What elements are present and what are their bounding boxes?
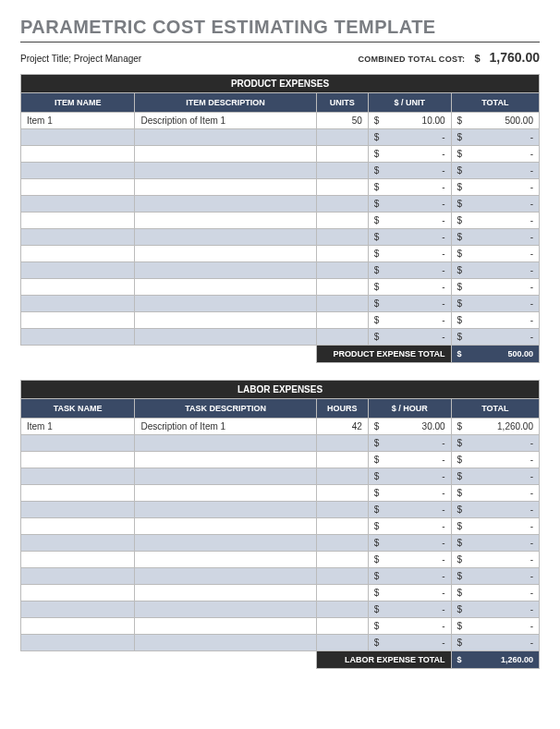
- cell-rate[interactable]: $30.00: [368, 419, 451, 435]
- cell-rate[interactable]: $-: [368, 163, 451, 179]
- cell-description[interactable]: [135, 435, 316, 452]
- cell-description[interactable]: [135, 552, 316, 568]
- cell-units[interactable]: [316, 502, 368, 518]
- cell-rate[interactable]: $-: [368, 468, 451, 485]
- cell-units[interactable]: [316, 296, 368, 312]
- cell-rate[interactable]: $-: [368, 601, 451, 618]
- cell-units[interactable]: [316, 485, 368, 502]
- cell-name[interactable]: [21, 502, 135, 518]
- cell-name[interactable]: [21, 163, 135, 179]
- cell-units[interactable]: [316, 568, 368, 585]
- cell-units[interactable]: [316, 179, 368, 196]
- cell-name[interactable]: [21, 535, 135, 552]
- cell-rate[interactable]: $10.00: [368, 113, 451, 129]
- cell-description[interactable]: [135, 329, 316, 346]
- cell-rate[interactable]: $-: [368, 535, 451, 552]
- cell-description[interactable]: [135, 618, 316, 635]
- cell-description[interactable]: Description of Item 1: [135, 419, 316, 435]
- cell-units[interactable]: [316, 262, 368, 279]
- cell-description[interactable]: Description of Item 1: [135, 113, 316, 129]
- cell-units[interactable]: [316, 213, 368, 229]
- cell-units[interactable]: [316, 535, 368, 552]
- cell-name[interactable]: Item 1: [21, 419, 135, 435]
- cell-description[interactable]: [135, 146, 316, 163]
- cell-description[interactable]: [135, 262, 316, 279]
- cell-name[interactable]: [21, 312, 135, 329]
- cell-rate[interactable]: $-: [368, 568, 451, 585]
- cell-rate[interactable]: $-: [368, 585, 451, 601]
- cell-rate[interactable]: $-: [368, 229, 451, 246]
- cell-name[interactable]: [21, 635, 135, 651]
- cell-name[interactable]: [21, 485, 135, 502]
- cell-rate[interactable]: $-: [368, 129, 451, 146]
- cell-name[interactable]: [21, 452, 135, 468]
- cell-description[interactable]: [135, 452, 316, 468]
- cell-units[interactable]: [316, 229, 368, 246]
- cell-rate[interactable]: $-: [368, 279, 451, 296]
- cell-units[interactable]: [316, 552, 368, 568]
- cell-rate[interactable]: $-: [368, 262, 451, 279]
- cell-rate[interactable]: $-: [368, 452, 451, 468]
- cell-units[interactable]: [316, 329, 368, 346]
- cell-rate[interactable]: $-: [368, 518, 451, 535]
- cell-description[interactable]: [135, 229, 316, 246]
- cell-description[interactable]: [135, 312, 316, 329]
- cell-description[interactable]: [135, 485, 316, 502]
- cell-units[interactable]: [316, 279, 368, 296]
- cell-name[interactable]: [21, 618, 135, 635]
- cell-rate[interactable]: $-: [368, 179, 451, 196]
- cell-name[interactable]: Item 1: [21, 113, 135, 129]
- cell-rate[interactable]: $-: [368, 502, 451, 518]
- cell-name[interactable]: [21, 196, 135, 213]
- cell-name[interactable]: [21, 296, 135, 312]
- cell-rate[interactable]: $-: [368, 329, 451, 346]
- cell-name[interactable]: [21, 246, 135, 262]
- cell-rate[interactable]: $-: [368, 312, 451, 329]
- cell-rate[interactable]: $-: [368, 485, 451, 502]
- cell-units[interactable]: 50: [316, 113, 368, 129]
- cell-name[interactable]: [21, 146, 135, 163]
- cell-name[interactable]: [21, 179, 135, 196]
- cell-units[interactable]: [316, 468, 368, 485]
- cell-name[interactable]: [21, 279, 135, 296]
- cell-description[interactable]: [135, 518, 316, 535]
- cell-units[interactable]: [316, 246, 368, 262]
- cell-name[interactable]: [21, 518, 135, 535]
- cell-units[interactable]: 42: [316, 419, 368, 435]
- cell-units[interactable]: [316, 196, 368, 213]
- cell-description[interactable]: [135, 585, 316, 601]
- cell-units[interactable]: [316, 601, 368, 618]
- cell-name[interactable]: [21, 229, 135, 246]
- cell-description[interactable]: [135, 163, 316, 179]
- cell-name[interactable]: [21, 468, 135, 485]
- cell-description[interactable]: [135, 535, 316, 552]
- cell-description[interactable]: [135, 129, 316, 146]
- cell-name[interactable]: [21, 435, 135, 452]
- cell-units[interactable]: [316, 312, 368, 329]
- cell-units[interactable]: [316, 129, 368, 146]
- cell-description[interactable]: [135, 502, 316, 518]
- cell-rate[interactable]: $-: [368, 435, 451, 452]
- cell-units[interactable]: [316, 635, 368, 651]
- cell-rate[interactable]: $-: [368, 552, 451, 568]
- cell-description[interactable]: [135, 246, 316, 262]
- cell-rate[interactable]: $-: [368, 296, 451, 312]
- cell-description[interactable]: [135, 296, 316, 312]
- cell-units[interactable]: [316, 452, 368, 468]
- cell-units[interactable]: [316, 146, 368, 163]
- cell-name[interactable]: [21, 568, 135, 585]
- cell-name[interactable]: [21, 601, 135, 618]
- cell-rate[interactable]: $-: [368, 618, 451, 635]
- cell-rate[interactable]: $-: [368, 146, 451, 163]
- cell-units[interactable]: [316, 585, 368, 601]
- cell-units[interactable]: [316, 163, 368, 179]
- cell-description[interactable]: [135, 213, 316, 229]
- cell-name[interactable]: [21, 585, 135, 601]
- cell-description[interactable]: [135, 601, 316, 618]
- cell-description[interactable]: [135, 196, 316, 213]
- cell-description[interactable]: [135, 635, 316, 651]
- cell-name[interactable]: [21, 262, 135, 279]
- cell-units[interactable]: [316, 435, 368, 452]
- cell-name[interactable]: [21, 213, 135, 229]
- cell-rate[interactable]: $-: [368, 635, 451, 651]
